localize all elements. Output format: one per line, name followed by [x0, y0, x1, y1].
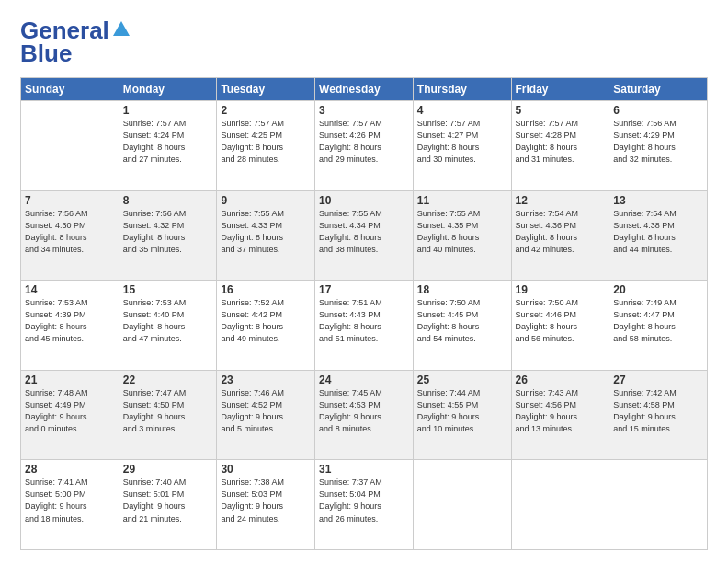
calendar-cell: 7Sunrise: 7:56 AMSunset: 4:30 PMDaylight…	[21, 190, 119, 281]
calendar-cell: 10Sunrise: 7:55 AMSunset: 4:34 PMDayligh…	[315, 190, 414, 281]
day-info: Sunrise: 7:55 AMSunset: 4:33 PMDaylight:…	[221, 208, 311, 256]
calendar-cell: 2Sunrise: 7:57 AMSunset: 4:25 PMDaylight…	[217, 101, 315, 191]
weekday-header-tuesday: Tuesday	[217, 78, 315, 101]
day-number: 4	[417, 104, 507, 117]
day-info: Sunrise: 7:53 AMSunset: 4:39 PMDaylight:…	[25, 297, 115, 345]
calendar-cell: 23Sunrise: 7:46 AMSunset: 4:52 PMDayligh…	[217, 370, 315, 460]
day-info: Sunrise: 7:57 AMSunset: 4:25 PMDaylight:…	[221, 118, 311, 166]
day-info: Sunrise: 7:55 AMSunset: 4:35 PMDaylight:…	[417, 208, 507, 256]
logo: General Blue	[20, 17, 131, 68]
calendar-cell: 27Sunrise: 7:42 AMSunset: 4:58 PMDayligh…	[609, 370, 708, 460]
day-number: 19	[516, 283, 606, 296]
calendar-cell: 26Sunrise: 7:43 AMSunset: 4:56 PMDayligh…	[511, 370, 609, 460]
weekday-header-monday: Monday	[119, 78, 217, 101]
day-info: Sunrise: 7:51 AMSunset: 4:43 PMDaylight:…	[319, 297, 409, 345]
calendar-cell: 4Sunrise: 7:57 AMSunset: 4:27 PMDaylight…	[413, 101, 511, 191]
day-info: Sunrise: 7:49 AMSunset: 4:47 PMDaylight:…	[613, 297, 703, 345]
day-number: 12	[516, 194, 606, 207]
weekday-header-sunday: Sunday	[21, 78, 119, 101]
day-number: 8	[123, 194, 213, 207]
calendar-cell	[609, 460, 708, 550]
day-number: 15	[123, 283, 213, 296]
day-info: Sunrise: 7:43 AMSunset: 4:56 PMDaylight:…	[516, 387, 606, 435]
day-info: Sunrise: 7:55 AMSunset: 4:34 PMDaylight:…	[319, 208, 409, 256]
day-info: Sunrise: 7:41 AMSunset: 5:00 PMDaylight:…	[25, 477, 115, 524]
weekday-header-wednesday: Wednesday	[315, 78, 414, 101]
logo-blue: Blue	[20, 40, 72, 68]
weekday-header-row: SundayMondayTuesdayWednesdayThursdayFrid…	[21, 78, 708, 101]
day-number: 10	[319, 194, 409, 207]
day-number: 2	[221, 104, 311, 117]
day-info: Sunrise: 7:52 AMSunset: 4:42 PMDaylight:…	[221, 297, 311, 345]
calendar-cell: 1Sunrise: 7:57 AMSunset: 4:24 PMDaylight…	[119, 101, 217, 191]
day-info: Sunrise: 7:57 AMSunset: 4:28 PMDaylight:…	[516, 118, 606, 166]
calendar-cell: 29Sunrise: 7:40 AMSunset: 5:01 PMDayligh…	[119, 460, 217, 550]
calendar-cell: 12Sunrise: 7:54 AMSunset: 4:36 PMDayligh…	[511, 190, 609, 281]
calendar-cell: 21Sunrise: 7:48 AMSunset: 4:49 PMDayligh…	[21, 370, 119, 460]
calendar-cell: 30Sunrise: 7:38 AMSunset: 5:03 PMDayligh…	[217, 460, 315, 550]
day-info: Sunrise: 7:54 AMSunset: 4:36 PMDaylight:…	[516, 208, 606, 256]
calendar-cell: 25Sunrise: 7:44 AMSunset: 4:55 PMDayligh…	[413, 370, 511, 460]
day-info: Sunrise: 7:53 AMSunset: 4:40 PMDaylight:…	[123, 297, 213, 345]
day-info: Sunrise: 7:42 AMSunset: 4:58 PMDaylight:…	[613, 387, 703, 435]
calendar-cell	[413, 460, 511, 550]
calendar-cell: 20Sunrise: 7:49 AMSunset: 4:47 PMDayligh…	[609, 281, 708, 371]
calendar-week-row: 28Sunrise: 7:41 AMSunset: 5:00 PMDayligh…	[21, 460, 708, 550]
calendar-cell: 31Sunrise: 7:37 AMSunset: 5:04 PMDayligh…	[315, 460, 414, 550]
page: General Blue SundayMondayTuesdayWednesda…	[0, 0, 728, 563]
day-info: Sunrise: 7:50 AMSunset: 4:46 PMDaylight:…	[516, 297, 606, 345]
day-info: Sunrise: 7:56 AMSunset: 4:30 PMDaylight:…	[25, 208, 115, 256]
day-number: 30	[221, 463, 311, 476]
svg-marker-0	[113, 21, 130, 36]
day-number: 26	[516, 373, 606, 386]
weekday-header-thursday: Thursday	[413, 78, 511, 101]
day-info: Sunrise: 7:40 AMSunset: 5:01 PMDaylight:…	[123, 477, 213, 524]
day-number: 3	[319, 104, 409, 117]
calendar-cell: 16Sunrise: 7:52 AMSunset: 4:42 PMDayligh…	[217, 281, 315, 371]
calendar-cell: 22Sunrise: 7:47 AMSunset: 4:50 PMDayligh…	[119, 370, 217, 460]
calendar-cell	[511, 460, 609, 550]
day-info: Sunrise: 7:37 AMSunset: 5:04 PMDaylight:…	[319, 477, 409, 524]
day-number: 24	[319, 373, 409, 386]
calendar-week-row: 1Sunrise: 7:57 AMSunset: 4:24 PMDaylight…	[21, 101, 708, 191]
day-info: Sunrise: 7:57 AMSunset: 4:27 PMDaylight:…	[417, 118, 507, 166]
calendar-cell: 18Sunrise: 7:50 AMSunset: 4:45 PMDayligh…	[413, 281, 511, 371]
day-info: Sunrise: 7:47 AMSunset: 4:50 PMDaylight:…	[123, 387, 213, 435]
calendar-cell: 13Sunrise: 7:54 AMSunset: 4:38 PMDayligh…	[609, 190, 708, 281]
calendar-cell: 17Sunrise: 7:51 AMSunset: 4:43 PMDayligh…	[315, 281, 414, 371]
calendar-cell: 19Sunrise: 7:50 AMSunset: 4:46 PMDayligh…	[511, 281, 609, 371]
calendar-cell: 3Sunrise: 7:57 AMSunset: 4:26 PMDaylight…	[315, 101, 414, 191]
day-info: Sunrise: 7:38 AMSunset: 5:03 PMDaylight:…	[221, 477, 311, 524]
day-number: 6	[613, 104, 703, 117]
day-number: 23	[221, 373, 311, 386]
day-info: Sunrise: 7:57 AMSunset: 4:26 PMDaylight:…	[319, 118, 409, 166]
day-number: 21	[25, 373, 115, 386]
calendar-cell: 24Sunrise: 7:45 AMSunset: 4:53 PMDayligh…	[315, 370, 414, 460]
day-number: 20	[613, 283, 703, 296]
calendar-cell: 28Sunrise: 7:41 AMSunset: 5:00 PMDayligh…	[21, 460, 119, 550]
header: General Blue	[20, 17, 708, 68]
day-number: 11	[417, 194, 507, 207]
logo-icon	[111, 19, 131, 40]
day-number: 16	[221, 283, 311, 296]
day-number: 5	[516, 104, 606, 117]
day-info: Sunrise: 7:56 AMSunset: 4:29 PMDaylight:…	[613, 118, 703, 166]
day-info: Sunrise: 7:44 AMSunset: 4:55 PMDaylight:…	[417, 387, 507, 435]
weekday-header-saturday: Saturday	[609, 78, 708, 101]
day-number: 17	[319, 283, 409, 296]
day-number: 22	[123, 373, 213, 386]
day-number: 1	[123, 104, 213, 117]
day-info: Sunrise: 7:45 AMSunset: 4:53 PMDaylight:…	[319, 387, 409, 435]
calendar-week-row: 14Sunrise: 7:53 AMSunset: 4:39 PMDayligh…	[21, 281, 708, 371]
day-number: 31	[319, 463, 409, 476]
day-info: Sunrise: 7:56 AMSunset: 4:32 PMDaylight:…	[123, 208, 213, 256]
calendar-cell: 15Sunrise: 7:53 AMSunset: 4:40 PMDayligh…	[119, 281, 217, 371]
day-info: Sunrise: 7:50 AMSunset: 4:45 PMDaylight:…	[417, 297, 507, 345]
day-info: Sunrise: 7:54 AMSunset: 4:38 PMDaylight:…	[613, 208, 703, 256]
day-number: 13	[613, 194, 703, 207]
calendar-cell: 8Sunrise: 7:56 AMSunset: 4:32 PMDaylight…	[119, 190, 217, 281]
weekday-header-friday: Friday	[511, 78, 609, 101]
calendar-week-row: 21Sunrise: 7:48 AMSunset: 4:49 PMDayligh…	[21, 370, 708, 460]
calendar-cell: 9Sunrise: 7:55 AMSunset: 4:33 PMDaylight…	[217, 190, 315, 281]
day-info: Sunrise: 7:48 AMSunset: 4:49 PMDaylight:…	[25, 387, 115, 435]
